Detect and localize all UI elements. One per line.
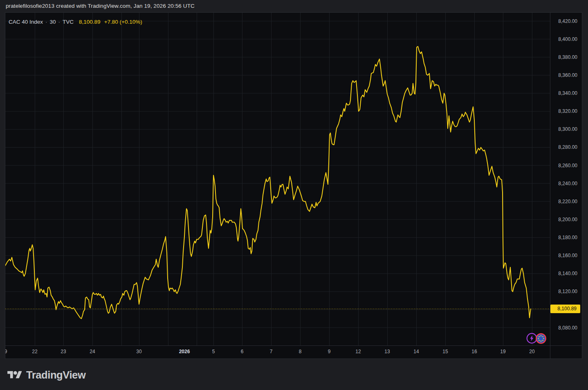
time-tick-label: 9 [328, 349, 331, 354]
time-tick-label: 6 [241, 349, 244, 354]
time-tick-label: 15 [442, 349, 448, 354]
time-tick-label: 23 [61, 349, 66, 354]
price-tick-label: 8,260.00 [550, 162, 582, 169]
time-axis[interactable]: 92223243020265678912131415161920 [5, 346, 582, 359]
current-price-badge: 8,100.89 [550, 305, 580, 313]
price-tick-label: 8,280.00 [550, 144, 582, 150]
price-tick-label: 8,400.00 [550, 36, 582, 43]
price-tick-label: 8,180.00 [550, 234, 582, 241]
legend-last-price: 8,100.89 [79, 19, 101, 25]
time-tick-label: 2026 [179, 349, 190, 354]
price-tick-label: 8,140.00 [550, 270, 582, 277]
time-tick-label: 19 [500, 349, 505, 354]
price-tick-label: 8,300.00 [550, 126, 582, 132]
time-tick-label: 22 [32, 349, 37, 354]
price-tick-label: 8,240.00 [550, 180, 582, 187]
time-scale-separator [5, 345, 582, 346]
price-axis[interactable]: 8,100.89 8,420.008,400.008,380.008,360.0… [550, 12, 582, 345]
tradingview-logo-text: TradingView [26, 369, 85, 381]
price-tick-label: 8,360.00 [550, 72, 582, 78]
time-tick-label: 8 [299, 349, 302, 354]
legend-change: +7.80 (+0.10%) [104, 19, 142, 25]
price-tick-label: 8,160.00 [550, 252, 582, 259]
price-tick-label: 8,120.00 [550, 288, 582, 295]
time-tick-label: 24 [90, 349, 95, 354]
attribution-text: pratelefilosofie2013 created with Tradin… [6, 0, 195, 12]
price-tick-label: 8,380.00 [550, 54, 582, 61]
pane-border-top [5, 12, 582, 13]
time-tick-label: 30 [136, 349, 141, 354]
price-tick-label: 8,220.00 [550, 198, 582, 205]
legend-separator: · [45, 19, 47, 25]
time-tick-label: 13 [384, 349, 390, 354]
eu-flag-icon[interactable] [535, 333, 547, 344]
time-tick-label: 16 [471, 349, 477, 354]
price-tick-label: 8,340.00 [550, 90, 582, 96]
pane-border-right [582, 12, 582, 359]
symbol-interval: 30 [50, 19, 56, 25]
legend-separator: · [58, 19, 61, 25]
tradingview-logo-icon [7, 370, 22, 381]
time-tick-label: 12 [355, 349, 361, 354]
price-tick-label: 8,200.00 [550, 216, 582, 223]
symbol-exchange: TVC [63, 19, 74, 25]
time-tick-label: 5 [212, 349, 215, 354]
symbol-legend[interactable]: CAC 40 Index·30·TVC8,100.89+7.80 (+0.10%… [9, 19, 142, 25]
price-tick-label: 8,420.00 [550, 18, 582, 25]
time-tick-label: 7 [270, 349, 273, 354]
time-tick-label: 14 [413, 349, 419, 354]
time-tick-label: 20 [529, 349, 534, 354]
time-tick-label: 9 [5, 349, 7, 354]
symbol-title: CAC 40 Index [9, 19, 43, 25]
chart-pane[interactable]: CAC 40 Index·30·TVC8,100.89+7.80 (+0.10%… [5, 12, 550, 345]
pane-border-bottom [5, 359, 582, 359]
pane-border-left [5, 12, 5, 359]
price-tick-label: 8,320.00 [550, 108, 582, 114]
price-line-chart [5, 12, 550, 345]
price-tick-label: 8,080.00 [550, 325, 582, 331]
tradingview-logo[interactable]: TradingView [7, 368, 85, 382]
